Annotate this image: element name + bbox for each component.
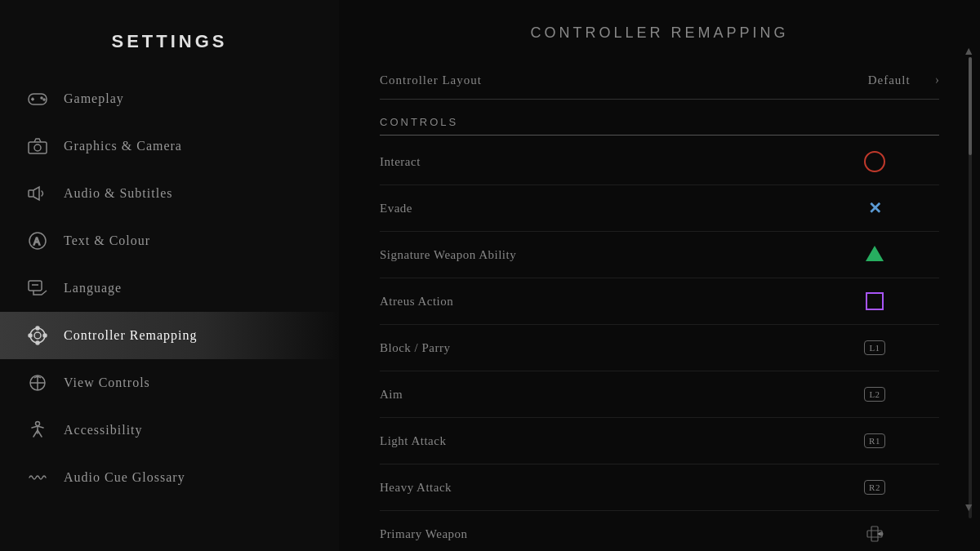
svg-text:A: A (33, 236, 41, 247)
control-evade-label: Evade (380, 202, 859, 216)
control-primary-weapon-button (859, 518, 890, 549)
controller-layout-row[interactable]: Controller Layout Default › (380, 66, 939, 100)
svg-point-7 (34, 144, 41, 151)
sidebar-item-accessibility-label: Accessibility (64, 423, 143, 438)
accessibility-icon (24, 417, 51, 443)
audio-icon (24, 180, 51, 207)
main-layout: SETTINGS Gameplay Graphics & Camera Audi… (0, 0, 980, 551)
control-row-block-parry[interactable]: Block / Parry L1 (380, 325, 939, 371)
square-button-icon (866, 292, 884, 310)
sidebar-item-language[interactable]: Language (0, 264, 339, 312)
sidebar-item-gameplay[interactable]: Gameplay (0, 75, 339, 122)
control-interact-label: Interact (380, 155, 859, 169)
sidebar: SETTINGS Gameplay Graphics & Camera Audi… (0, 0, 339, 551)
camera-icon (24, 133, 51, 159)
control-row-light-attack[interactable]: Light Attack R1 (380, 418, 939, 464)
control-row-heavy-attack[interactable]: Heavy Attack R2 (380, 464, 939, 511)
language-icon (24, 275, 51, 301)
control-aim-button: L2 (859, 379, 890, 410)
controller-layout-label: Controller Layout (380, 73, 868, 87)
svg-point-16 (36, 341, 39, 344)
sidebar-item-audio-cue-glossary-label: Audio Cue Glossary (64, 470, 185, 485)
control-interact-button (859, 146, 890, 177)
scroll-arrow-down-icon[interactable]: ▼ (963, 501, 974, 514)
sidebar-item-audio-subtitles-label: Audio & Subtitles (64, 186, 172, 201)
svg-rect-8 (29, 190, 33, 197)
svg-point-26 (880, 532, 884, 536)
svg-rect-11 (29, 281, 42, 291)
view-controls-icon (24, 370, 51, 396)
control-row-interact[interactable]: Interact (380, 139, 939, 185)
svg-rect-23 (871, 527, 878, 541)
sidebar-item-controller-remapping-label: Controller Remapping (64, 328, 198, 343)
control-block-parry-button: L1 (859, 332, 890, 363)
text-colour-icon: A (24, 228, 51, 254)
cross-button-icon: ✕ (868, 198, 882, 218)
control-row-primary-weapon[interactable]: Primary Weapon (380, 511, 939, 551)
dpad-right-icon (865, 524, 884, 544)
svg-point-22 (36, 422, 40, 426)
gamepad-icon (24, 86, 51, 112)
controller-layout-value: Default (868, 73, 911, 87)
r1-button-icon: R1 (864, 433, 885, 448)
triangle-button-icon (866, 246, 884, 261)
sidebar-item-gameplay-label: Gameplay (64, 91, 124, 106)
l1-button-icon: L1 (864, 340, 884, 355)
svg-point-5 (43, 99, 45, 100)
scrollbar-track (969, 57, 972, 518)
audio-cue-glossary-icon (24, 464, 51, 491)
control-atreus-action-button (859, 286, 890, 317)
sidebar-item-view-controls[interactable]: View Controls (0, 359, 339, 407)
circle-button-icon (864, 151, 885, 172)
control-row-signature-weapon[interactable]: Signature Weapon Ability (380, 232, 939, 278)
control-row-aim[interactable]: Aim L2 (380, 371, 939, 418)
sidebar-item-accessibility[interactable]: Accessibility (0, 407, 339, 454)
control-heavy-attack-label: Heavy Attack (380, 481, 859, 495)
scrollbar-thumb[interactable] (969, 57, 972, 155)
controls-section-header: CONTROLS (380, 108, 939, 136)
sidebar-item-text-colour-label: Text & Colour (64, 233, 150, 248)
sidebar-title: SETTINGS (0, 16, 339, 75)
control-light-attack-label: Light Attack (380, 434, 859, 448)
control-block-parry-label: Block / Parry (380, 341, 859, 355)
svg-point-18 (43, 334, 47, 337)
svg-point-17 (29, 334, 32, 337)
sidebar-item-graphics-camera-label: Graphics & Camera (64, 139, 182, 153)
control-primary-weapon-label: Primary Weapon (380, 527, 859, 541)
sidebar-item-graphics-camera[interactable]: Graphics & Camera (0, 122, 339, 170)
control-evade-button: ✕ (859, 193, 890, 224)
control-heavy-attack-button: R2 (859, 472, 890, 503)
l2-button-icon: L2 (864, 387, 884, 402)
sidebar-item-view-controls-label: View Controls (64, 375, 150, 390)
control-signature-weapon-button (859, 239, 890, 270)
svg-rect-6 (29, 142, 47, 153)
svg-point-15 (36, 327, 39, 330)
control-signature-weapon-label: Signature Weapon Ability (380, 248, 859, 262)
control-light-attack-button: R1 (859, 425, 890, 456)
control-row-evade[interactable]: Evade ✕ (380, 185, 939, 232)
controller-remap-icon (24, 322, 51, 349)
control-aim-label: Aim (380, 388, 859, 402)
r2-button-icon: R2 (864, 480, 885, 495)
sidebar-item-audio-subtitles[interactable]: Audio & Subtitles (0, 170, 339, 217)
content-title: CONTROLLER REMAPPING (380, 24, 939, 42)
controller-layout-arrow-icon: › (935, 73, 939, 87)
svg-point-4 (41, 97, 42, 99)
svg-point-14 (34, 332, 41, 339)
sidebar-item-audio-cue-glossary[interactable]: Audio Cue Glossary (0, 454, 339, 501)
sidebar-item-controller-remapping[interactable]: Controller Remapping (0, 312, 339, 359)
sidebar-item-language-label: Language (64, 281, 122, 295)
content-area: CONTROLLER REMAPPING Controller Layout D… (339, 0, 980, 551)
scroll-arrow-up-icon[interactable]: ▲ (963, 45, 974, 58)
control-atreus-action-label: Atreus Action (380, 295, 859, 309)
sidebar-item-text-colour[interactable]: A Text & Colour (0, 217, 339, 264)
control-row-atreus-action[interactable]: Atreus Action (380, 278, 939, 325)
